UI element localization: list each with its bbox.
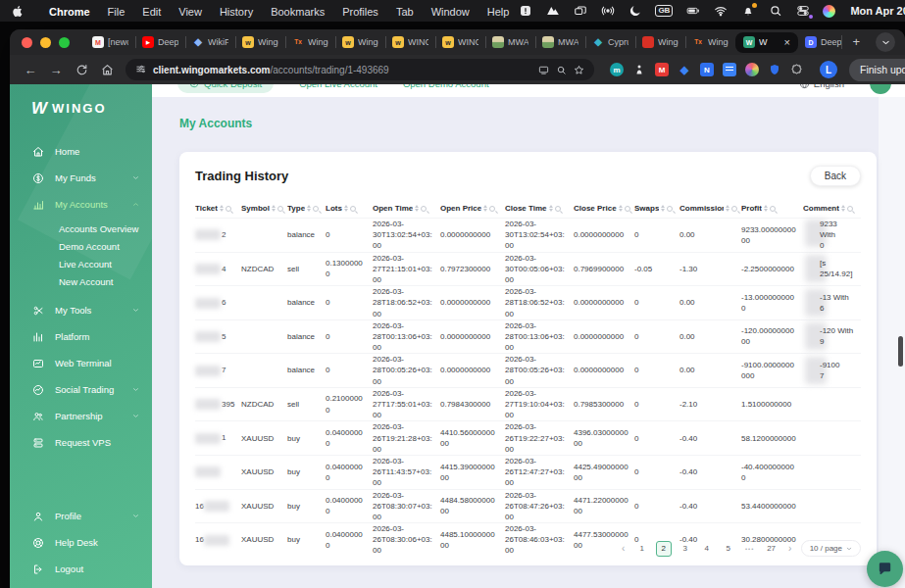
browser-tab[interactable]: Wingo (635, 29, 685, 55)
extension-n-icon[interactable]: N (700, 63, 714, 76)
extension-color-wheel-icon[interactable] (745, 63, 759, 76)
browser-tab[interactable]: DDeepS (798, 29, 848, 55)
menu-item-file[interactable]: File (99, 6, 134, 18)
browser-tab[interactable]: wWING (385, 29, 435, 55)
browser-tab[interactable]: TxWingo (285, 29, 335, 55)
sidebar-subitem-live-account[interactable]: Live Account (10, 256, 152, 273)
sidebar-subitem-accounts-overview[interactable]: Accounts Overview (10, 220, 152, 238)
menu-item-tab[interactable]: Tab (387, 6, 423, 18)
menu-item-view[interactable]: View (170, 6, 211, 18)
page-button-5[interactable]: 5 (721, 541, 736, 557)
chat-widget-button[interactable] (867, 551, 903, 587)
sort-icons[interactable] (726, 205, 729, 212)
minimize-window-button[interactable] (40, 37, 51, 48)
browser-tab[interactable]: WW× (735, 32, 798, 53)
sort-icons[interactable] (661, 205, 665, 212)
sidebar-item-home[interactable]: Home (10, 138, 152, 165)
sort-icons[interactable] (307, 205, 311, 212)
column-search-icon[interactable] (421, 206, 427, 212)
sort-icons[interactable] (220, 205, 224, 212)
browser-tab[interactable]: M[newc (85, 29, 135, 55)
back-button[interactable]: Back (810, 166, 861, 186)
sort-icons[interactable] (841, 205, 845, 212)
page-button-1[interactable]: 1 (634, 541, 650, 557)
next-page-button[interactable]: › (785, 543, 795, 554)
sidebar-item-platform[interactable]: Platform (10, 323, 152, 350)
browser-tab[interactable]: ▶Deep (135, 29, 185, 55)
sort-icons[interactable] (619, 205, 623, 212)
sidebar-item-help-desk[interactable]: Help Desk (10, 529, 152, 556)
forward-nav-icon[interactable]: → (45, 59, 67, 80)
sidebar-item-logout[interactable]: Logout (10, 556, 152, 582)
browser-tab[interactable]: wWingo (235, 29, 285, 55)
bookmark-star-icon[interactable] (574, 65, 584, 75)
extension-red-m-icon[interactable]: M (655, 63, 669, 76)
page-button-3[interactable]: 3 (678, 541, 693, 557)
open-demo-account-link[interactable]: Open Demo Account (403, 84, 489, 89)
column-search-icon[interactable] (350, 206, 356, 212)
sidebar-item-my-tools[interactable]: My Tools (10, 297, 152, 323)
browser-tab[interactable]: wWING (435, 29, 485, 55)
browser-tab[interactable]: MWAL (485, 29, 535, 55)
zoom-window-button[interactable] (59, 37, 70, 48)
column-search-icon[interactable] (313, 206, 319, 212)
apple-logo-icon[interactable] (12, 4, 26, 19)
column-search-icon[interactable] (226, 206, 231, 212)
close-icon[interactable]: × (784, 36, 790, 48)
brand[interactable]: W WINGO (31, 100, 152, 117)
column-search-icon[interactable] (625, 206, 630, 212)
url-text[interactable]: client.wingomarkets.com/accounts/trading… (153, 65, 531, 75)
extension-docs-icon[interactable] (723, 63, 736, 76)
mountain-app-icon[interactable] (545, 4, 560, 19)
column-search-icon[interactable] (847, 206, 853, 212)
column-search-icon[interactable] (770, 206, 776, 212)
alert-badge-icon[interactable] (518, 4, 532, 19)
menu-bar-clock[interactable]: Mon Apr 20 16:31 (850, 5, 905, 17)
browser-tab[interactable]: TxWingo (685, 29, 735, 55)
battery-icon[interactable] (685, 4, 700, 19)
menu-item-window[interactable]: Window (423, 6, 478, 18)
menu-item-help[interactable]: Help (478, 6, 519, 18)
open-live-account-link[interactable]: Open Live Account (299, 84, 377, 89)
column-search-icon[interactable] (667, 206, 673, 212)
prev-page-button[interactable]: ‹ (619, 543, 628, 554)
browser-tab[interactable]: ◆WikiF (185, 29, 235, 55)
sidebar-item-profile[interactable]: Profile (10, 503, 152, 529)
sidebar-item-social-trading[interactable]: Social Trading (10, 376, 152, 403)
menu-item-history[interactable]: History (211, 6, 262, 18)
page-button-2[interactable]: 2 (656, 541, 672, 557)
browser-tab[interactable]: wWingo (335, 29, 385, 55)
wifi-icon[interactable] (713, 4, 728, 19)
sidebar-item-my-accounts[interactable]: My Accounts (10, 191, 152, 218)
sort-icons[interactable] (483, 205, 487, 212)
sidebar-subitem-demo-account[interactable]: Demo Account (10, 238, 152, 256)
address-bar[interactable]: client.wingomarkets.com/accounts/trading… (126, 59, 594, 80)
sort-icons[interactable] (415, 205, 419, 212)
sort-icons[interactable] (549, 205, 553, 212)
column-search-icon[interactable] (489, 206, 495, 212)
back-nav-icon[interactable]: ← (20, 59, 41, 80)
mission-control-icon[interactable] (573, 4, 587, 19)
menu-item-bookmarks[interactable]: Bookmarks (262, 6, 333, 18)
page-scrollbar-thumb[interactable] (898, 336, 903, 367)
tab-search-button[interactable] (876, 32, 895, 52)
sort-icons[interactable] (344, 205, 348, 212)
browser-tab[interactable]: MWAL (535, 29, 585, 55)
column-search-icon[interactable] (731, 206, 737, 212)
column-search-icon[interactable] (277, 206, 283, 212)
sidebar-item-partnership[interactable]: Partnership (10, 403, 152, 429)
sort-icons[interactable] (272, 205, 276, 212)
input-source-badge[interactable]: GB (655, 5, 673, 17)
browser-tab[interactable]: ◆Cypru (585, 29, 635, 55)
site-settings-icon[interactable] (135, 61, 146, 78)
finish-update-button[interactable]: Finish update⋮ (849, 59, 905, 81)
user-avatar[interactable] (870, 84, 891, 94)
control-center-icon[interactable] (795, 4, 810, 19)
extension-person-icon[interactable] (632, 63, 646, 76)
profile-avatar[interactable]: L (820, 61, 837, 78)
sort-icons[interactable] (764, 205, 768, 212)
sidebar-item-request-vps[interactable]: Request VPS (10, 429, 152, 456)
extension-m-icon[interactable]: m (610, 63, 624, 76)
extensions-puzzle-icon[interactable] (790, 63, 804, 76)
airdrop-icon[interactable] (600, 4, 615, 19)
